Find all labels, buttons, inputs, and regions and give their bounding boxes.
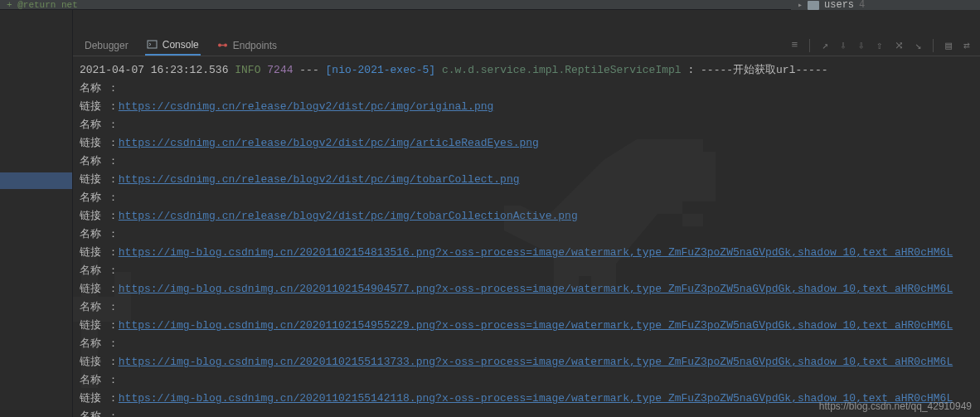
url-link[interactable]: https://csdnimg.cn/release/blogv2/dist/p… xyxy=(119,173,520,186)
filter-icon[interactable]: ≡ xyxy=(791,39,798,51)
pid: 7244 xyxy=(267,64,293,76)
separator xyxy=(933,39,934,52)
name-label: 名称 ： xyxy=(80,82,119,95)
tab-label: Endpoints xyxy=(233,40,277,51)
link-label: 链接 ： xyxy=(80,283,119,295)
left-gutter xyxy=(0,10,73,417)
separator xyxy=(809,39,810,52)
log-message: -----开始获取url----- xyxy=(701,64,827,76)
link-label: 链接 ： xyxy=(80,356,119,368)
settings-icon[interactable]: ⇄ xyxy=(963,39,970,52)
name-label: 名称 ： xyxy=(80,301,119,313)
gutter-highlight xyxy=(0,172,72,189)
tab-label: Console xyxy=(163,39,199,51)
name-label: 名称 ： xyxy=(80,264,119,277)
class-name: c.w.d.service.impl.ReptileServiceImpl xyxy=(442,64,682,76)
top-bar-text: + @return net xyxy=(7,0,78,10)
link-label: 链接 ： xyxy=(80,210,119,222)
svg-rect-0 xyxy=(148,41,157,48)
endpoints-icon xyxy=(217,40,228,51)
log-link-line: 链接 ：https://img-blog.csdnimg.cn/20201102… xyxy=(80,244,980,262)
name-label: 名称 ： xyxy=(80,155,119,167)
upload-icon[interactable]: ⇧ xyxy=(876,39,883,52)
thread: [nio-2021-exec-5] xyxy=(326,64,436,76)
log-link-line: 链接 ：https://img-blog.csdnimg.cn/20201102… xyxy=(80,317,980,335)
log-link-line: 链接 ：https://csdnimg.cn/release/blogv2/di… xyxy=(80,171,980,189)
log-name-line: 名称 ： xyxy=(80,262,980,280)
name-label: 名称 ： xyxy=(80,228,119,240)
colon: : xyxy=(687,64,694,76)
watermark: https://blog.csdn.net/qq_42910949 xyxy=(819,400,972,412)
link-label: 链接 ： xyxy=(80,392,119,405)
url-link[interactable]: https://csdnimg.cn/release/blogv2/dist/p… xyxy=(119,100,493,113)
shuffle-icon[interactable]: ⤨ xyxy=(895,39,904,52)
log-link-line: 链接 ：https://csdnimg.cn/release/blogv2/di… xyxy=(80,207,980,225)
layout-icon[interactable]: ▤ xyxy=(945,39,952,52)
log-link-line: 链接 ：https://img-blog.csdnimg.cn/20201102… xyxy=(80,353,980,371)
console-output[interactable]: 2021-04-07 16:23:12.536 INFO 7244 --- [n… xyxy=(73,56,980,417)
log-name-line: 名称 ： xyxy=(80,298,980,317)
step-icon[interactable]: ↘ xyxy=(915,39,922,52)
log-name-line: 名称 ： xyxy=(80,371,980,390)
download-icon[interactable]: ⇩ xyxy=(840,39,847,52)
console-icon xyxy=(147,39,158,50)
chevron-right-icon: ▸ xyxy=(798,0,803,10)
log-name-line: 名称 ： xyxy=(80,80,980,98)
url-link[interactable]: https://img-blog.csdnimg.cn/202011021549… xyxy=(119,319,953,332)
log-link-line: 链接 ：https://csdnimg.cn/release/blogv2/di… xyxy=(80,134,980,153)
name-label: 名称 ： xyxy=(80,374,119,386)
log-name-line: 名称 ： xyxy=(80,116,980,134)
link-label: 链接 ： xyxy=(80,319,119,332)
url-link[interactable]: https://csdnimg.cn/release/blogv2/dist/p… xyxy=(119,137,539,149)
download-icon-2[interactable]: ⇩ xyxy=(858,39,865,52)
dashes: --- xyxy=(299,64,318,76)
log-link-line: 链接 ：https://csdnimg.cn/release/blogv2/di… xyxy=(80,98,980,116)
log-level: INFO xyxy=(235,64,260,76)
svg-point-2 xyxy=(224,44,227,47)
link-label: 链接 ： xyxy=(80,173,119,186)
tab-console[interactable]: Console xyxy=(145,36,201,56)
tab-endpoints[interactable]: Endpoints xyxy=(216,36,279,55)
log-name-line: 名称 ： xyxy=(80,335,980,353)
name-label: 名称 ： xyxy=(80,337,119,350)
debug-tabs: Debugger Console Endpoints ≡ ↗ ⇩ ⇩ xyxy=(73,35,980,56)
url-link[interactable]: https://img-blog.csdnimg.cn/202011021548… xyxy=(119,246,953,259)
log-name-line: 名称 ： xyxy=(80,225,980,244)
url-link[interactable]: https://csdnimg.cn/release/blogv2/dist/p… xyxy=(119,210,578,222)
log-header-line: 2021-04-07 16:23:12.536 INFO 7244 --- [n… xyxy=(80,61,980,80)
export-icon[interactable]: ↗ xyxy=(822,39,828,52)
link-label: 链接 ： xyxy=(80,137,119,149)
name-label: 名称 ： xyxy=(80,119,119,131)
log-link-line: 链接 ：https://img-blog.csdnimg.cn/20201102… xyxy=(80,280,980,298)
url-link[interactable]: https://img-blog.csdnimg.cn/202011021549… xyxy=(119,283,953,295)
folder-icon xyxy=(808,1,819,10)
link-label: 链接 ： xyxy=(80,100,119,113)
link-label: 链接 ： xyxy=(80,246,119,259)
name-label: 名称 ： xyxy=(80,192,119,204)
project-tree-item[interactable]: ▸ users 4 xyxy=(791,0,980,10)
log-name-line: 名称 ： xyxy=(80,189,980,207)
tab-debugger[interactable]: Debugger xyxy=(83,36,130,55)
timestamp: 2021-04-07 16:23:12.536 xyxy=(80,64,228,76)
name-label: 名称 ： xyxy=(80,410,119,417)
log-name-line: 名称 ： xyxy=(80,153,980,171)
url-link[interactable]: https://img-blog.csdnimg.cn/202011021551… xyxy=(119,356,953,368)
tab-label: Debugger xyxy=(85,40,129,51)
svg-point-1 xyxy=(218,44,221,47)
